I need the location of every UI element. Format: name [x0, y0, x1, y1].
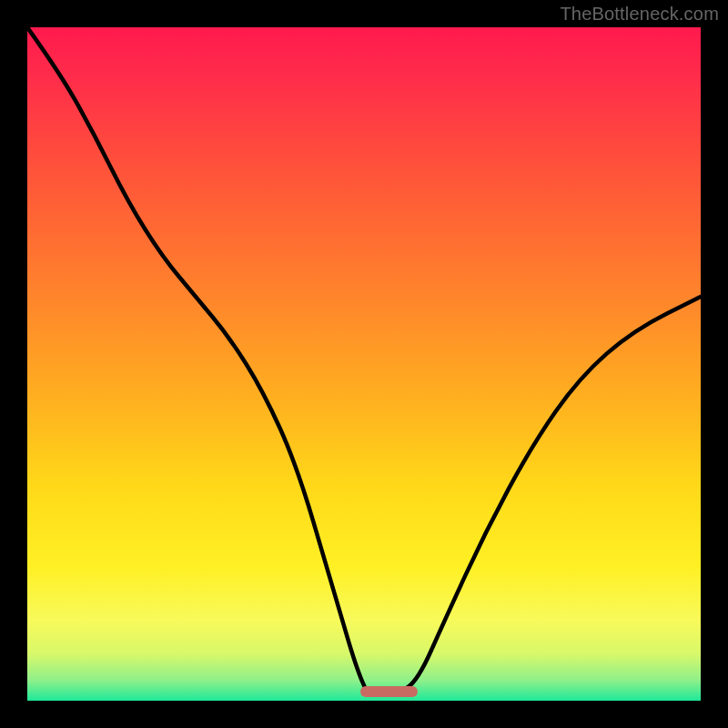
chart-frame: TheBottleneck.com	[0, 0, 728, 728]
curve-path	[27, 27, 701, 694]
bottleneck-curve	[27, 27, 701, 701]
watermark-text: TheBottleneck.com	[560, 4, 719, 25]
plot-area	[27, 27, 701, 701]
minimum-marker	[360, 686, 418, 697]
